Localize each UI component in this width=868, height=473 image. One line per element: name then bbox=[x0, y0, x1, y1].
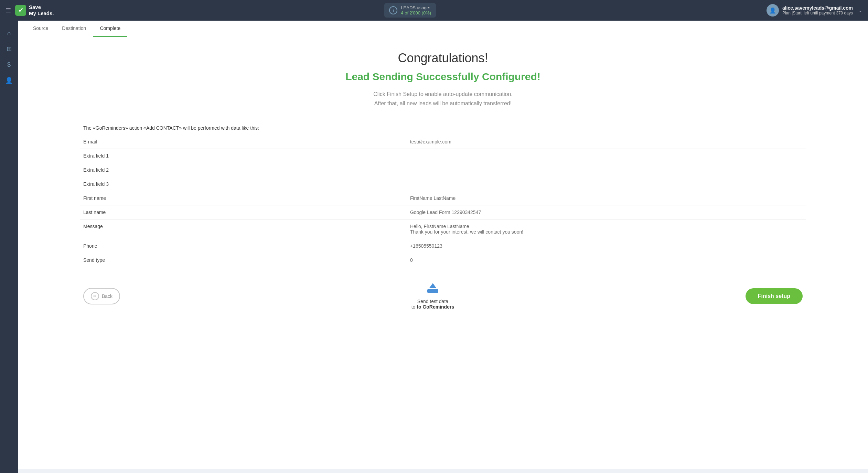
bottom-actions: ✏ Back Send test data to to GoReminders … bbox=[80, 274, 806, 320]
dollar-icon: $ bbox=[7, 61, 11, 68]
profile-icon: 👤 bbox=[5, 77, 13, 84]
field-value bbox=[407, 149, 806, 163]
data-table: E-mailtest@example.comExtra field 1Extra… bbox=[80, 135, 806, 267]
finish-setup-button[interactable]: Finish setup bbox=[746, 288, 803, 304]
field-value: +16505550123 bbox=[407, 239, 806, 253]
tab-destination[interactable]: Destination bbox=[55, 21, 93, 37]
field-value: 0 bbox=[407, 253, 806, 267]
field-value: Hello, FirstName LastNameThank you for y… bbox=[407, 219, 806, 239]
table-row: Last nameGoogle Lead Form 12290342547 bbox=[80, 205, 806, 219]
leads-usage-info: LEADS usage: 4 of 2'000 (0%) bbox=[401, 5, 431, 15]
nav-right: 👤 alice.savemyleads@gmail.com Plan |Star… bbox=[767, 4, 862, 17]
home-icon: ⌂ bbox=[7, 30, 11, 37]
field-value: test@example.com bbox=[407, 135, 806, 149]
send-test-label: Send test data to to GoReminders bbox=[411, 299, 454, 310]
table-row: First nameFirstName LastName bbox=[80, 191, 806, 205]
congratulations-section: Congratulations! Lead Sending Successful… bbox=[80, 37, 806, 118]
user-plan: Plan |Start| left until payment 379 days bbox=[782, 11, 853, 15]
table-row: Extra field 2 bbox=[80, 163, 806, 177]
data-description: The «GoReminders» action «Add CONTACT» w… bbox=[80, 125, 806, 131]
back-button[interactable]: ✏ Back bbox=[83, 288, 120, 304]
svg-marker-1 bbox=[429, 283, 436, 288]
description-text: Click Finish Setup to enable auto-update… bbox=[80, 89, 806, 108]
field-label: Message bbox=[80, 219, 407, 239]
main-content: Source Destination Complete Congratulati… bbox=[18, 21, 868, 473]
user-email: alice.savemyleads@gmail.com bbox=[782, 5, 853, 11]
field-value: Google Lead Form 12290342547 bbox=[407, 205, 806, 219]
nav-left: ☰ ✓ Save My Leads. bbox=[6, 4, 54, 17]
table-row: E-mailtest@example.com bbox=[80, 135, 806, 149]
hamburger-icon[interactable]: ☰ bbox=[6, 7, 11, 14]
user-avatar: 👤 bbox=[767, 4, 779, 17]
sidebar: ⌂ ⊞ $ 👤 bbox=[0, 21, 18, 473]
table-row: Send type0 bbox=[80, 253, 806, 267]
content-area: Congratulations! Lead Sending Successful… bbox=[18, 37, 868, 469]
sidebar-item-profile[interactable]: 👤 bbox=[2, 74, 16, 87]
field-value bbox=[407, 177, 806, 191]
field-label: Phone bbox=[80, 239, 407, 253]
send-test-to: to to GoReminders bbox=[411, 304, 454, 310]
tab-complete[interactable]: Complete bbox=[93, 21, 127, 37]
svg-rect-0 bbox=[427, 289, 438, 293]
leads-usage-box: i LEADS usage: 4 of 2'000 (0%) bbox=[384, 3, 436, 18]
tab-source[interactable]: Source bbox=[26, 21, 55, 37]
tabs-bar: Source Destination Complete bbox=[18, 21, 868, 37]
logo-checkmark: ✓ bbox=[18, 7, 23, 14]
user-info: alice.savemyleads@gmail.com Plan |Start|… bbox=[782, 5, 853, 15]
info-icon: i bbox=[389, 6, 397, 14]
table-row: Extra field 3 bbox=[80, 177, 806, 191]
logo-text: Save My Leads. bbox=[29, 4, 54, 17]
field-label: Extra field 2 bbox=[80, 163, 407, 177]
sidebar-item-home[interactable]: ⌂ bbox=[2, 26, 16, 40]
chevron-down-icon[interactable]: ⌄ bbox=[858, 8, 862, 13]
field-label: First name bbox=[80, 191, 407, 205]
nav-center: i LEADS usage: 4 of 2'000 (0%) bbox=[384, 3, 436, 18]
field-label: E-mail bbox=[80, 135, 407, 149]
field-label: Send type bbox=[80, 253, 407, 267]
data-section: The «GoReminders» action «Add CONTACT» w… bbox=[80, 118, 806, 274]
sidebar-item-connections[interactable]: ⊞ bbox=[2, 42, 16, 56]
logo-icon: ✓ bbox=[15, 5, 26, 16]
upload-icon bbox=[426, 282, 440, 297]
field-label: Extra field 1 bbox=[80, 149, 407, 163]
logo-area: ✓ Save My Leads. bbox=[15, 4, 54, 17]
sidebar-item-billing[interactable]: $ bbox=[2, 58, 16, 72]
send-test-button[interactable]: Send test data to to GoReminders bbox=[411, 282, 454, 310]
field-label: Extra field 3 bbox=[80, 177, 407, 191]
back-icon: ✏ bbox=[91, 292, 99, 300]
table-row: Extra field 1 bbox=[80, 149, 806, 163]
field-value: FirstName LastName bbox=[407, 191, 806, 205]
connections-icon: ⊞ bbox=[7, 45, 12, 53]
table-row: MessageHello, FirstName LastNameThank yo… bbox=[80, 219, 806, 239]
congratulations-title: Congratulations! bbox=[80, 51, 806, 65]
table-row: Phone+16505550123 bbox=[80, 239, 806, 253]
field-value bbox=[407, 163, 806, 177]
top-navigation: ☰ ✓ Save My Leads. i LEADS usage: 4 of 2… bbox=[0, 0, 868, 21]
success-subtitle: Lead Sending Successfully Configured! bbox=[80, 71, 806, 83]
field-label: Last name bbox=[80, 205, 407, 219]
